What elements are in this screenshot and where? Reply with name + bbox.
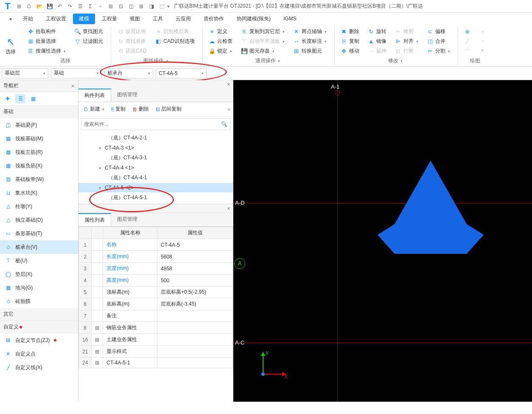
menu-cloud[interactable]: 云应用 (170, 14, 197, 24)
search-icon-2[interactable]: 🔍 (221, 121, 227, 127)
filter-element[interactable]: ▽过滤图元 (72, 37, 106, 46)
rotate-btn[interactable]: ↻旋转 (365, 27, 389, 36)
select-tool[interactable]: ↖ 选择 (0, 26, 21, 65)
tree-row[interactable]: ▾CT-4A-5 <2> (78, 183, 233, 192)
table-row[interactable]: 7 备注 (79, 310, 233, 322)
tree-row[interactable]: （底）CT-4A-4-1 (78, 172, 233, 183)
component-selector[interactable]: CT-4A-5▾ (156, 68, 207, 78)
split-btn[interactable]: ✂分割▾ (424, 47, 453, 56)
batch-select[interactable]: ⊞批量选择 (25, 37, 68, 46)
table-row[interactable]: 3 宽度(mm) 4858 (79, 263, 233, 275)
expand-icon[interactable]: ⊞ (92, 334, 103, 346)
tree-row[interactable]: ▾CT-4A-3 <1> (78, 143, 233, 153)
qat-open[interactable]: 📂 (35, 2, 44, 11)
nav-item-12[interactable]: ▦地沟(G) (0, 281, 78, 295)
menu-cost[interactable]: 造价协作 (198, 14, 230, 24)
table-row[interactable]: 24 ⊞ CT-4A-5-1 (79, 358, 233, 368)
prop-value[interactable]: 5608 (157, 251, 233, 263)
expand-icon[interactable]: ⊞ (92, 322, 103, 334)
more-icon[interactable]: » (227, 106, 230, 112)
nav-tool-list[interactable]: ☰ (15, 94, 25, 103)
two-point-axis[interactable]: ✕两点辅轴▾ (291, 27, 329, 36)
menu-modeling[interactable]: 建模 (73, 14, 95, 24)
qat-undo[interactable]: ↶ (55, 2, 64, 11)
nav-item-9[interactable]: ◇桩承台(V) (0, 240, 78, 254)
new-button[interactable]: 🗋新建▾ (81, 104, 107, 114)
nav-custom-0[interactable]: ⊞自定义节点(ZJ) (0, 333, 78, 347)
qat-save[interactable]: 💾 (45, 2, 54, 11)
delete-btn[interactable]: ✖删除 (338, 27, 362, 36)
prop-value[interactable]: 4858 (157, 263, 233, 275)
menu-view[interactable]: 视图 (124, 14, 146, 24)
nav-custom-1[interactable]: ✕自定义点 (0, 347, 78, 361)
qat-redo[interactable]: ↷ (65, 2, 75, 11)
table-row[interactable]: 4 高度(mm) 500 (79, 275, 233, 286)
delete-button[interactable]: 🗑删除 (130, 104, 151, 114)
floor-copy-button[interactable]: ⊟层间复制 (153, 104, 184, 114)
select-by-prop[interactable]: ☰按属性选择▾ (25, 47, 68, 56)
mid-close-icon[interactable]: × (227, 81, 230, 88)
qat-b1[interactable]: ☰ (76, 2, 85, 11)
table-row[interactable]: 2 长度(mm) 5608 (79, 251, 233, 263)
nav-item-0[interactable]: ◫基础梁(F) (0, 118, 78, 132)
nav-section-other[interactable]: 其它 (0, 308, 78, 321)
menu-start[interactable]: 开始 (17, 14, 39, 24)
tree-row[interactable]: （底）CT-4A-3-1 (78, 153, 233, 163)
qat-new[interactable]: 🗋 (25, 2, 34, 11)
viewport-3d[interactable]: A-1 A-D A A-C X Y (233, 80, 532, 402)
move-btn[interactable]: ✥移动 (338, 47, 362, 56)
qat-b2[interactable]: Σ (86, 2, 95, 11)
nav-item-3[interactable]: ▦筏板负筋(X) (0, 159, 78, 172)
qat-b5[interactable]: ⊡ (116, 2, 126, 11)
prop-value[interactable]: CT-4A-5 (157, 239, 233, 251)
prop-value[interactable]: 层底标高(-3.45) (157, 298, 233, 310)
back-arrow-icon[interactable]: ◂ (4, 16, 16, 22)
nav-item-13[interactable]: ◇砖胎膜 (0, 295, 78, 308)
tab-component-list[interactable]: 构件列表 (78, 89, 111, 102)
qat-b9[interactable]: ⬚ (157, 2, 166, 11)
copy-to-floor[interactable]: ⎘复制到其它层▾ (238, 27, 287, 36)
table-row[interactable]: 8 ⊞ 钢筋业务属性 (79, 322, 233, 334)
prop-value[interactable] (157, 334, 233, 346)
length-dim[interactable]: ↔长度标注▾ (291, 37, 329, 46)
copy-button[interactable]: ⎘复制 (109, 104, 128, 114)
table-row[interactable]: 1 名称 CT-4A-5 (79, 239, 233, 251)
merge-btn[interactable]: ◫合并 (424, 37, 453, 46)
prop-value[interactable] (157, 322, 233, 334)
type-selector[interactable]: 桩承台▾ (104, 68, 153, 78)
nav-tool-add[interactable]: ✚ (3, 94, 13, 103)
nav-item-8[interactable]: ▭条形基础(T) (0, 227, 78, 240)
nav-item-4[interactable]: ▥基础板带(W) (0, 172, 78, 186)
save-element[interactable]: 💾图元存盘▾ (238, 47, 287, 56)
qat-b3[interactable]: ▫ (96, 2, 105, 11)
nav-section-foundation[interactable]: 基础 (0, 106, 78, 118)
prop-value[interactable] (157, 310, 233, 322)
nav-item-2[interactable]: ▦筏板主筋(R) (0, 145, 78, 159)
table-row[interactable]: 6 底标高(m) 层底标高(-3.45) (79, 298, 233, 310)
menu-collab[interactable]: 协同建模(限免) (231, 14, 277, 24)
prop-value[interactable] (157, 358, 233, 368)
qat-b6[interactable]: ◫ (126, 2, 136, 11)
align-btn[interactable]: ⊫对齐▾ (392, 37, 421, 46)
expand-icon[interactable]: ⊞ (92, 358, 103, 368)
tab-layer-mgmt[interactable]: 图层管理 (111, 213, 143, 226)
nav-tool-grid[interactable]: ▦ (28, 94, 38, 103)
table-row[interactable]: 5 顶标高(m) 层底标高+0.5(-2.95) (79, 286, 233, 298)
prop-value[interactable] (157, 346, 233, 358)
nav-item-7[interactable]: △独立基础(D) (0, 213, 78, 227)
table-row[interactable]: 21 ⊞ 显示样式 (79, 346, 233, 358)
prop-value[interactable]: 层底标高+0.5(-2.95) (157, 286, 233, 298)
tree-row[interactable]: （底）CT-4A-5-1 (78, 192, 233, 203)
convert-element[interactable]: ⊞转换图元 (291, 47, 329, 56)
nav-item-11[interactable]: ◯垫层(X) (0, 267, 78, 281)
table-row[interactable]: 16 ⊞ 土建业务属性 (79, 334, 233, 346)
nav-item-1[interactable]: ▦筏板基础(M) (0, 132, 78, 145)
offset-btn[interactable]: ⊂偏移 (424, 27, 453, 36)
cloud-check[interactable]: ☁云检查 (206, 37, 235, 46)
nav-item-5[interactable]: ⊔集水坑(K) (0, 186, 78, 200)
tree-row[interactable]: ▾CT-4A-4 <1> (78, 163, 233, 172)
find-element[interactable]: 🔍查找图元 (72, 27, 106, 36)
prop-value[interactable]: 500 (157, 275, 233, 286)
menu-project-settings[interactable]: 工程设置 (40, 14, 72, 24)
draw-point[interactable]: ⊕ (462, 27, 473, 36)
